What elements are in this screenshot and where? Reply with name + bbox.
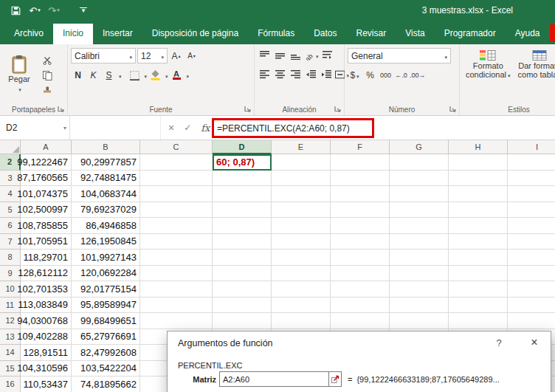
- tab-inicio[interactable]: Inicio: [53, 24, 93, 44]
- align-middle-button[interactable]: [273, 48, 287, 63]
- tab-programador[interactable]: Programador: [435, 24, 506, 44]
- column-header-F[interactable]: F: [331, 140, 390, 154]
- range-picker-button[interactable]: [328, 372, 341, 386]
- cell-A8[interactable]: 118,29701: [21, 250, 72, 266]
- cell-H6[interactable]: [449, 218, 508, 234]
- cut-button[interactable]: [40, 55, 55, 67]
- cell-B12[interactable]: 99,68499651: [72, 313, 140, 329]
- align-left-button[interactable]: [258, 67, 272, 82]
- cell-D2[interactable]: 60; 0,87): [213, 154, 272, 171]
- cell-E8[interactable]: [272, 250, 331, 266]
- cell-C10[interactable]: [140, 281, 213, 298]
- cell-I10[interactable]: [508, 281, 555, 298]
- cell-I9[interactable]: [508, 266, 555, 282]
- cell-A3[interactable]: 87,1760565: [21, 171, 72, 187]
- cell-G6[interactable]: [390, 218, 449, 234]
- cell-E12[interactable]: [272, 313, 331, 329]
- align-right-button[interactable]: [289, 67, 303, 82]
- cell-B2[interactable]: 90,29977857: [72, 154, 140, 171]
- comma-style-button[interactable]: 000: [379, 68, 393, 83]
- cell-I3[interactable]: [508, 171, 555, 187]
- cell-F2[interactable]: [331, 154, 390, 171]
- cell-D5[interactable]: [213, 202, 272, 219]
- cell-B7[interactable]: 126,1950845: [72, 234, 140, 250]
- cell-C12[interactable]: [140, 313, 213, 329]
- column-header-I[interactable]: I: [508, 140, 555, 154]
- cell-A2[interactable]: 99,1222467: [21, 154, 72, 171]
- cell-G9[interactable]: [390, 266, 449, 282]
- cell-I6[interactable]: [508, 218, 555, 234]
- column-header-C[interactable]: C: [140, 140, 213, 154]
- cell-H4[interactable]: [449, 186, 508, 202]
- cell-F10[interactable]: [331, 281, 390, 298]
- format-painter-button[interactable]: [40, 84, 55, 97]
- cell-D10[interactable]: [213, 281, 272, 298]
- cell-I2[interactable]: [508, 154, 555, 171]
- cell-B6[interactable]: 86,4946858: [72, 218, 140, 234]
- underline-button[interactable]: S: [102, 68, 116, 83]
- cell-H9[interactable]: [449, 266, 508, 282]
- cell-B9[interactable]: 120,0692284: [72, 266, 140, 282]
- save-button[interactable]: [7, 3, 24, 18]
- cell-B3[interactable]: 92,74881475: [72, 171, 140, 187]
- cell-H11[interactable]: [449, 298, 508, 314]
- cell-E4[interactable]: [272, 186, 331, 202]
- cell-G7[interactable]: [390, 234, 449, 250]
- align-center-button[interactable]: [273, 67, 287, 82]
- column-header-D[interactable]: D: [213, 140, 272, 154]
- tab-revisar[interactable]: Revisar: [347, 24, 396, 44]
- increase-font-size-button[interactable]: A▴: [169, 49, 183, 63]
- cell-A12[interactable]: 94,0300768: [21, 313, 72, 329]
- number-dialog-launcher-icon[interactable]: [449, 106, 457, 113]
- clipboard-dialog-launcher-icon[interactable]: [58, 106, 65, 113]
- cell-G12[interactable]: [390, 313, 449, 329]
- cell-E11[interactable]: [272, 298, 331, 314]
- column-header-H[interactable]: H: [449, 140, 508, 154]
- cell-C11[interactable]: [140, 298, 213, 314]
- cell-D3[interactable]: [213, 171, 272, 187]
- cell-A9[interactable]: 128,612112: [21, 266, 72, 282]
- cell-E7[interactable]: [272, 234, 331, 250]
- column-header-E[interactable]: E: [272, 140, 331, 154]
- conditional-formatting-button[interactable]: Formato condicional: [463, 48, 514, 80]
- cell-D6[interactable]: [213, 218, 272, 234]
- cell-A5[interactable]: 102,500997: [21, 202, 72, 219]
- font-size-select[interactable]: 12: [137, 48, 168, 63]
- cell-C6[interactable]: [140, 218, 213, 234]
- tab-disposicion-de-pagina[interactable]: Disposición de página: [142, 24, 248, 44]
- fill-color-button[interactable]: [148, 68, 162, 83]
- cell-D7[interactable]: [213, 234, 272, 250]
- format-as-table-button[interactable]: Dar formato como tabla: [515, 48, 555, 80]
- alignment-dialog-launcher-icon[interactable]: [334, 106, 342, 113]
- cell-E3[interactable]: [272, 171, 331, 187]
- cancel-formula-icon[interactable]: ×: [168, 122, 174, 134]
- cell-B5[interactable]: 79,69237029: [72, 202, 140, 219]
- dialog-help-button[interactable]: ?: [493, 337, 505, 348]
- cell-H3[interactable]: [449, 171, 508, 187]
- cell-C3[interactable]: [140, 171, 213, 187]
- cell-A13[interactable]: 109,402288: [21, 329, 72, 345]
- cell-G11[interactable]: [390, 298, 449, 314]
- column-header-B[interactable]: B: [72, 140, 140, 154]
- cell-G3[interactable]: [390, 171, 449, 187]
- cell-B16[interactable]: 74,81895662: [72, 376, 140, 392]
- enter-formula-icon[interactable]: ✓: [184, 123, 191, 133]
- column-header-A[interactable]: A: [21, 140, 72, 154]
- cell-A10[interactable]: 102,701353: [21, 281, 72, 298]
- cell-C8[interactable]: [140, 250, 213, 266]
- cell-B14[interactable]: 82,47992608: [72, 345, 140, 361]
- cell-A14[interactable]: 128,91511: [21, 345, 72, 361]
- cell-I11[interactable]: [508, 298, 555, 314]
- borders-button[interactable]: [128, 68, 142, 83]
- font-color-button[interactable]: A: [170, 68, 184, 83]
- row-header-16[interactable]: 16: [0, 376, 21, 392]
- cell-B11[interactable]: 95,89589947: [72, 298, 140, 314]
- cell-D8[interactable]: [213, 250, 272, 266]
- cell-G4[interactable]: [390, 186, 449, 202]
- increase-decimal-button[interactable]: ←.0: [394, 68, 408, 83]
- cell-G5[interactable]: [390, 202, 449, 219]
- redo-button[interactable]: ↷▾: [46, 3, 62, 18]
- cell-A7[interactable]: 101,705951: [21, 234, 72, 250]
- currency-format-button[interactable]: $: [348, 68, 362, 83]
- decrease-font-size-button[interactable]: A▾: [185, 49, 199, 63]
